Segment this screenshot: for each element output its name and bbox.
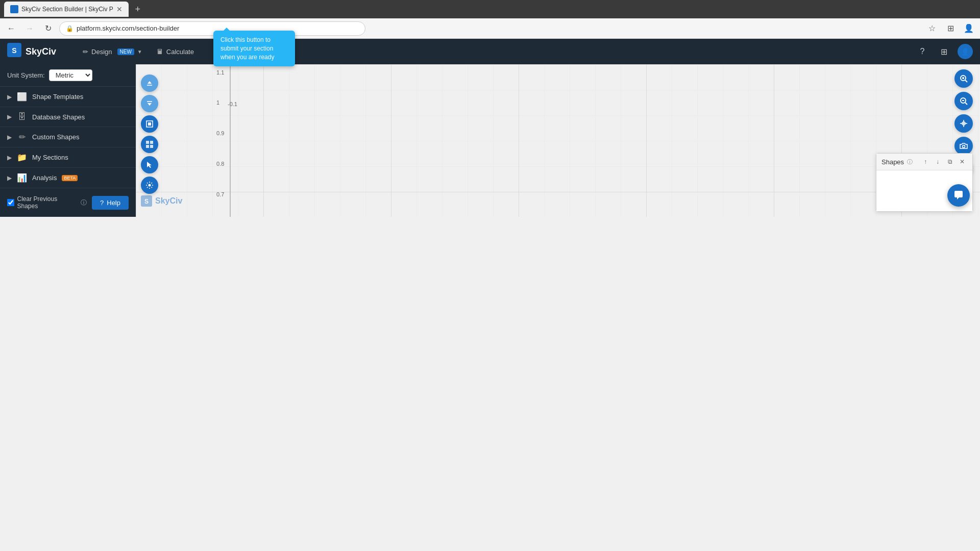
y-tick-neg01: -0.1 [228,101,237,107]
watermark-text: SkyCiv [155,196,182,206]
canvas-grid [136,64,980,217]
canvas-area: 1.1 1 0.9 0.8 0.7 0.6 0.5 0.4 0.3 0.2 0.… [136,64,980,217]
design-dropdown-icon: ▼ [137,49,142,55]
shapes-panel-title: Shapes [881,158,904,166]
screenshot-button[interactable] [954,137,973,155]
clear-shapes-info-icon[interactable]: ⓘ [81,198,87,207]
svg-rect-13 [150,145,153,148]
shape-templates-arrow: ▶ [7,93,12,101]
custom-shapes-label: Custom Shapes [32,133,80,141]
svg-rect-9 [148,122,151,126]
zoom-out-button[interactable] [954,92,973,110]
forward-button[interactable]: → [22,21,37,36]
database-shapes-label: Database Shapes [32,113,85,121]
zoom-in-icon [960,74,968,83]
address-bar[interactable]: 🔒 platform.skyciv.com/section-builder [59,21,365,36]
analysis-item[interactable]: ▶ 📊 Analysis BETA [0,168,136,188]
apps-icon[interactable]: ⊞ [936,44,951,59]
camera-icon [960,142,968,150]
shapes-move-up-button[interactable]: ↑ [920,157,930,167]
my-sections-arrow: ▶ [7,154,12,161]
shapes-panel-info-icon[interactable]: ⓘ [907,158,913,166]
unit-system-select[interactable]: Metric Imperial [49,69,92,81]
bookmark-icon[interactable]: ☆ [925,21,939,36]
design-icon: ✏ [83,48,88,56]
app-logo: S SkyCiv [7,43,56,60]
y-axis-labels: 1.1 1 0.9 0.8 0.7 0.6 0.5 0.4 0.3 0.2 0.… [216,69,224,137]
design-button[interactable]: ✏ Design NEW ▼ [77,45,149,59]
collapse-down-icon [146,100,153,107]
shape-templates-label: Shape Templates [32,93,83,101]
active-tab[interactable]: SkyCiv Section Builder | SkyCiv P ✕ [4,2,129,17]
tooltip-text: Click this button to submit your section… [220,36,274,61]
canvas-watermark: S SkyCiv [141,195,182,207]
panel-bottom: Clear Previous Shapes ⓘ ? Help [0,188,136,217]
left-panel: Unit System: Metric Imperial ▶ ⬜ Shape T… [0,64,136,217]
my-sections-item[interactable]: ▶ 📁 My Sections [0,147,136,168]
clear-shapes-checkbox[interactable] [7,199,14,206]
svg-point-14 [149,184,151,187]
svg-text:S: S [144,198,149,205]
clear-shapes-row: Clear Previous Shapes ⓘ [7,195,87,210]
svg-text:S: S [12,46,16,55]
my-sections-icon: 📁 [17,153,27,162]
svg-line-20 [965,103,967,105]
svg-rect-10 [146,141,149,144]
user-avatar[interactable]: 👤 [958,44,973,59]
y-tick-11: 1.1 [216,69,224,76]
refresh-button[interactable]: ↻ [41,21,55,36]
logo-icon: S [7,43,21,60]
custom-shapes-icon: ✏ [17,132,27,142]
cursor-tool-button[interactable] [141,156,158,173]
coordinate-system: y z [141,64,161,66]
select-icon [145,120,154,128]
help-btn-icon: ? [100,199,104,207]
svg-point-25 [963,145,965,148]
chat-button[interactable] [947,184,970,207]
back-button[interactable]: ← [4,21,18,36]
select-tool-button[interactable] [141,115,158,133]
profile-icon[interactable]: 👤 [962,21,976,36]
left-toolbar [141,74,158,194]
help-button[interactable]: ? Help [92,196,129,210]
analysis-icon: 📊 [17,173,27,183]
design-label: Design [91,48,112,56]
database-shapes-icon: 🗄 [17,112,27,121]
svg-line-16 [965,80,967,82]
tab-bar: SkyCiv Section Builder | SkyCiv P ✕ + [0,0,980,18]
beta-badge: BETA [62,175,78,181]
grid-tool-button[interactable] [141,136,158,153]
help-icon[interactable]: ? [915,44,930,59]
y-tick-1: 1 [216,99,224,106]
calculate-label: Calculate [166,48,194,56]
cursor-icon [145,161,154,169]
collapse-down-button[interactable] [141,95,158,112]
settings-tool-button[interactable] [141,177,158,194]
collapse-up-button[interactable] [141,74,158,92]
custom-shapes-item[interactable]: ▶ ✏ Custom Shapes [0,127,136,147]
y-tick-07: 0.7 [216,191,224,197]
shape-templates-icon: ⬜ [17,92,27,102]
shapes-copy-button[interactable]: ⧉ [945,157,955,167]
topbar-nav: ✏ Design NEW ▼ 🖩 Calculate [77,45,200,59]
svg-rect-3 [136,64,980,217]
help-btn-label: Help [107,199,120,207]
extensions-icon[interactable]: ⊞ [943,21,958,36]
nav-bar: ← → ↻ 🔒 platform.skyciv.com/section-buil… [0,18,980,39]
calculate-button[interactable]: 🖩 Calculate [151,45,200,59]
shapes-close-button[interactable]: ✕ [957,157,967,167]
zoom-in-button[interactable] [954,69,973,88]
shapes-move-down-button[interactable]: ↓ [933,157,943,167]
shape-templates-item[interactable]: ▶ ⬜ Shape Templates [0,87,136,107]
new-badge: NEW [117,48,134,55]
database-shapes-item[interactable]: ▶ 🗄 Database Shapes [0,107,136,127]
new-tab-button[interactable]: + [131,2,145,16]
svg-rect-12 [146,145,149,148]
fit-view-button[interactable] [954,114,973,133]
custom-shapes-arrow: ▶ [7,134,12,141]
tab-favicon [10,5,18,13]
main-content: Unit System: Metric Imperial ▶ ⬜ Shape T… [0,64,980,217]
unit-system-row: Unit System: Metric Imperial [0,64,136,87]
tab-close-button[interactable]: ✕ [116,5,122,13]
url-text: platform.skyciv.com/section-builder [77,24,179,32]
